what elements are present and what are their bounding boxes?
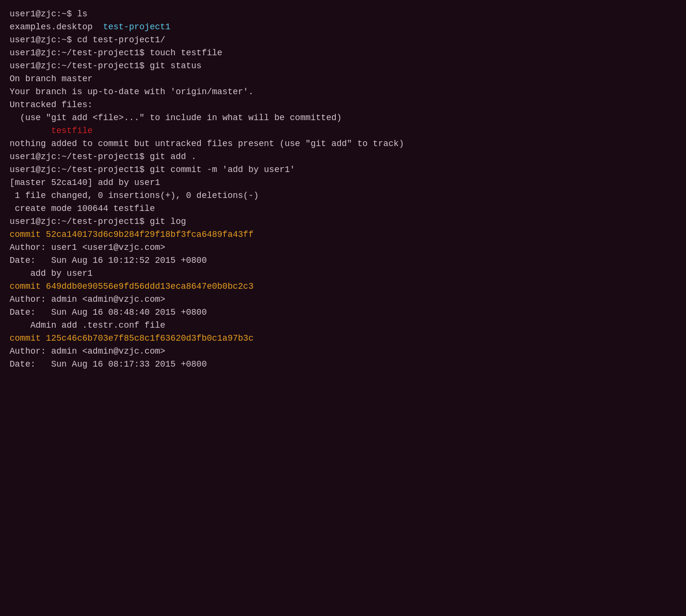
terminal-line: Author: admin <admin@vzjc.com>: [10, 345, 676, 358]
terminal-line: user1@zjc:~/test-project1$ git add .: [10, 150, 676, 163]
terminal-line: [master 52ca140] add by user1: [10, 176, 676, 189]
terminal-line: Admin add .testr.conf file: [10, 319, 676, 332]
terminal-line: commit 125c46c6b703e7f85c8c1f63620d3fb0c…: [10, 332, 676, 345]
terminal-line: user1@zjc:~/test-project1$ git log: [10, 215, 676, 228]
terminal-line: create mode 100644 testfile: [10, 202, 676, 215]
terminal-line: nothing added to commit but untracked fi…: [10, 137, 676, 150]
terminal-line: Date: Sun Aug 16 10:12:52 2015 +0800: [10, 254, 676, 267]
terminal-line: Author: user1 <user1@vzjc.com>: [10, 241, 676, 254]
terminal-line: (use "git add <file>..." to include in w…: [10, 111, 676, 124]
terminal-line: 1 file changed, 0 insertions(+), 0 delet…: [10, 189, 676, 202]
terminal-line: commit 649ddb0e90556e9fd56ddd13eca8647e0…: [10, 280, 676, 293]
terminal-line: Author: admin <admin@vzjc.com>: [10, 293, 676, 306]
terminal-line: On branch master: [10, 73, 676, 86]
terminal-line: commit 52ca140173d6c9b284f29f18bf3fca648…: [10, 228, 676, 241]
terminal-line: add by user1: [10, 267, 676, 280]
terminal-line: user1@zjc:~/test-project1$ git status: [10, 60, 676, 73]
terminal-line: user1@zjc:~$ ls: [10, 8, 676, 21]
terminal-line: Your branch is up-to-date with 'origin/m…: [10, 86, 676, 99]
terminal-line: user1@zjc:~$ cd test-project1/: [10, 34, 676, 47]
terminal-line: user1@zjc:~/test-project1$ touch testfil…: [10, 47, 676, 60]
terminal-line: Date: Sun Aug 16 08:17:33 2015 +0800: [10, 358, 676, 371]
terminal-line: user1@zjc:~/test-project1$ git commit -m…: [10, 163, 676, 176]
terminal-output: user1@zjc:~$ lsexamples.desktop test-pro…: [10, 8, 676, 371]
terminal-line: Date: Sun Aug 16 08:48:40 2015 +0800: [10, 306, 676, 319]
terminal-line: testfile: [10, 124, 676, 137]
terminal-line: examples.desktop test-project1: [10, 21, 676, 34]
terminal-line: Untracked files:: [10, 99, 676, 111]
